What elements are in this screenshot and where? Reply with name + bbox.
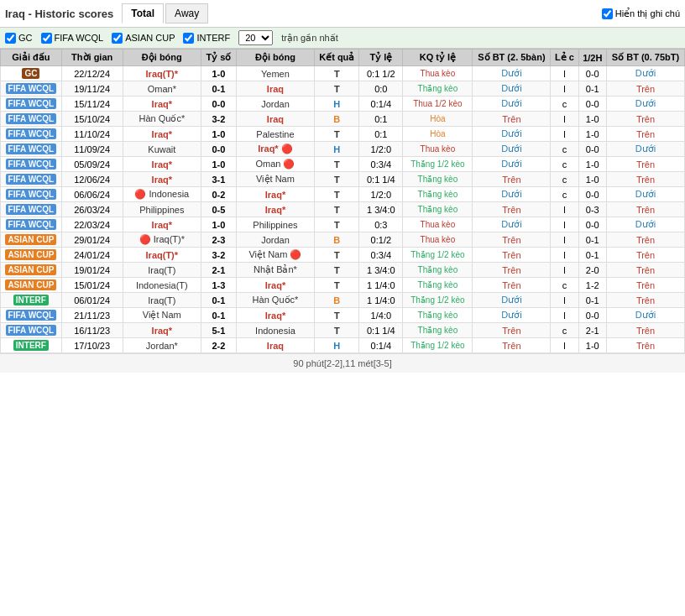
filter-interf[interactable]: INTERF (183, 33, 230, 44)
cell-tyle: 0:1 1/4 (359, 323, 403, 338)
cell-halftime: 1-0 (578, 157, 607, 172)
cell-kq-tyle: Thua 1/2 kèo (403, 97, 473, 112)
cell-sobt1: Trên (473, 278, 551, 293)
cell-kq-tyle: Hòa (403, 112, 473, 127)
cell-sobt1: Dưới (473, 81, 551, 97)
cell-sobt2: Trên (607, 112, 685, 127)
cell-score: 2-3 (201, 232, 237, 248)
cell-lec: c (551, 97, 578, 112)
cell-comp: FIFA WCQL (1, 217, 62, 232)
cell-tyle: 0:1 1/4 (359, 172, 403, 187)
cell-team2: Oman 🔴 (236, 157, 315, 172)
table-row[interactable]: FIFA WCQL 19/11/24 Oman* 0-1 Iraq T 0:0 … (1, 81, 685, 97)
cell-date: 11/09/24 (61, 142, 123, 157)
cell-sobt1: Trên (473, 323, 551, 338)
table-header-row: Giải đấu Thời gian Đội bóng Tỷ số Đội bó… (1, 50, 685, 66)
cell-team2: Iraq* 🔴 (236, 142, 315, 157)
cell-kq-tyle: Thắng kèo (403, 172, 473, 187)
tab-away[interactable]: Away (165, 3, 208, 23)
table-row[interactable]: FIFA WCQL 12/06/24 Iraq* 3-1 Việt Nam T … (1, 172, 685, 187)
page-title: Iraq - Historic scores (5, 8, 113, 20)
col-header-result: Kết quả (315, 50, 359, 66)
cell-sobt1: Dưới (473, 308, 551, 323)
cell-halftime: 0-0 (578, 142, 607, 157)
table-row[interactable]: ASIAN CUP 29/01/24 🔴 Iraq(T)* 2-3 Jordan… (1, 232, 685, 248)
cell-kq: H (315, 142, 359, 157)
cell-date: 19/11/24 (61, 81, 123, 97)
table-row[interactable]: INTERF 06/01/24 Iraq(T) 0-1 Hàn Quốc* B … (1, 293, 685, 308)
col-header-date: Thời gian (61, 50, 123, 66)
cell-tyle: 0:1 (359, 112, 403, 127)
table-row[interactable]: FIFA WCQL 11/10/24 Iraq* 1-0 Palestine T… (1, 127, 685, 142)
cell-team2: Palestine (236, 127, 315, 142)
table-row[interactable]: ASIAN CUP 24/01/24 Iraq(T)* 3-2 Việt Nam… (1, 248, 685, 263)
cell-team2: Jordan (236, 97, 315, 112)
cell-team1: Iraq* (123, 323, 201, 338)
cell-team1: Iraq* (123, 97, 201, 112)
cell-kq: T (315, 187, 359, 202)
cell-score: 0-1 (201, 308, 237, 323)
filter-fifa[interactable]: FIFA WCQL (41, 33, 104, 44)
table-row[interactable]: FIFA WCQL 16/11/23 Iraq* 5-1 Indonesia T… (1, 323, 685, 338)
table-row[interactable]: FIFA WCQL 26/03/24 Philippines 0-5 Iraq*… (1, 202, 685, 217)
cell-sobt2: Trên (607, 278, 685, 293)
cell-date: 21/11/23 (61, 308, 123, 323)
cell-lec: l (551, 232, 578, 248)
header-right: Hiển thị ghi chú (602, 8, 680, 19)
col-header-odds-result: KQ tỷ lệ (403, 50, 473, 66)
cell-sobt1: Trên (473, 263, 551, 278)
cell-team1: Hàn Quốc* (123, 112, 201, 127)
table-row[interactable]: GC 22/12/24 Iraq(T)* 1-0 Yemen T 0:1 1/2… (1, 66, 685, 81)
cell-lec: c (551, 278, 578, 293)
cell-date: 12/06/24 (61, 172, 123, 187)
cell-halftime: 0-1 (578, 248, 607, 263)
cell-tyle: 0:1/4 (359, 97, 403, 112)
filter-asian[interactable]: ASIAN CUP (112, 33, 175, 44)
cell-comp: ASIAN CUP (1, 232, 62, 248)
cell-kq: T (315, 66, 359, 81)
cell-kq: T (315, 217, 359, 232)
filter-bar: GC FIFA WCQL ASIAN CUP INTERF 20 10 30 5… (0, 28, 685, 49)
cell-team1: Iraq* (123, 127, 201, 142)
cell-sobt1: Dưới (473, 142, 551, 157)
cell-team1: Iraq* (123, 157, 201, 172)
cell-lec: l (551, 66, 578, 81)
cell-lec: c (551, 157, 578, 172)
table-row[interactable]: ASIAN CUP 19/01/24 Iraq(T) 2-1 Nhật Bản*… (1, 263, 685, 278)
cell-sobt1: Dưới (473, 157, 551, 172)
table-row[interactable]: FIFA WCQL 22/03/24 Iraq* 1-0 Philippines… (1, 217, 685, 232)
cell-kq: B (315, 112, 359, 127)
cell-comp: INTERF (1, 338, 62, 353)
tab-total[interactable]: Total (122, 3, 164, 23)
cell-sobt2: Dưới (607, 66, 685, 81)
show-note-checkbox[interactable] (602, 8, 613, 19)
cell-sobt2: Trên (607, 157, 685, 172)
cell-comp: FIFA WCQL (1, 112, 62, 127)
cell-sobt2: Trên (607, 172, 685, 187)
table-row[interactable]: FIFA WCQL 15/10/24 Hàn Quốc* 3-2 Iraq B … (1, 112, 685, 127)
col-header-score: Tỷ số (201, 50, 237, 66)
table-row[interactable]: FIFA WCQL 06/06/24 🔴 Indonesia 0-2 Iraq*… (1, 187, 685, 202)
table-row[interactable]: FIFA WCQL 11/09/24 Kuwait 0-0 Iraq* 🔴 H … (1, 142, 685, 157)
table-row[interactable]: FIFA WCQL 21/11/23 Việt Nam 0-1 Iraq* T … (1, 308, 685, 323)
show-note-label[interactable]: Hiển thị ghi chú (602, 8, 680, 19)
cell-team2: Iraq (236, 112, 315, 127)
table-row[interactable]: FIFA WCQL 15/11/24 Iraq* 0-0 Jordan H 0:… (1, 97, 685, 112)
table-row[interactable]: FIFA WCQL 05/09/24 Iraq* 1-0 Oman 🔴 T 0:… (1, 157, 685, 172)
cell-team2: Iraq (236, 338, 315, 353)
cell-comp: FIFA WCQL (1, 157, 62, 172)
filter-gc[interactable]: GC (5, 33, 33, 44)
table-row[interactable]: INTERF 17/10/23 Jordan* 2-2 Iraq H 0:1/4… (1, 338, 685, 353)
cell-sobt2: Trên (607, 293, 685, 308)
cell-score: 0-1 (201, 293, 237, 308)
cell-score: 0-1 (201, 81, 237, 97)
cell-lec: l (551, 248, 578, 263)
cell-halftime: 0-0 (578, 217, 607, 232)
cell-tyle: 1 3/4:0 (359, 202, 403, 217)
table-row[interactable]: ASIAN CUP 15/01/24 Indonesia(T) 1-3 Iraq… (1, 278, 685, 293)
cell-tyle: 1/4:0 (359, 308, 403, 323)
count-select[interactable]: 20 10 30 50 (238, 30, 273, 45)
cell-lec: l (551, 308, 578, 323)
cell-comp: FIFA WCQL (1, 187, 62, 202)
cell-halftime: 2-1 (578, 323, 607, 338)
